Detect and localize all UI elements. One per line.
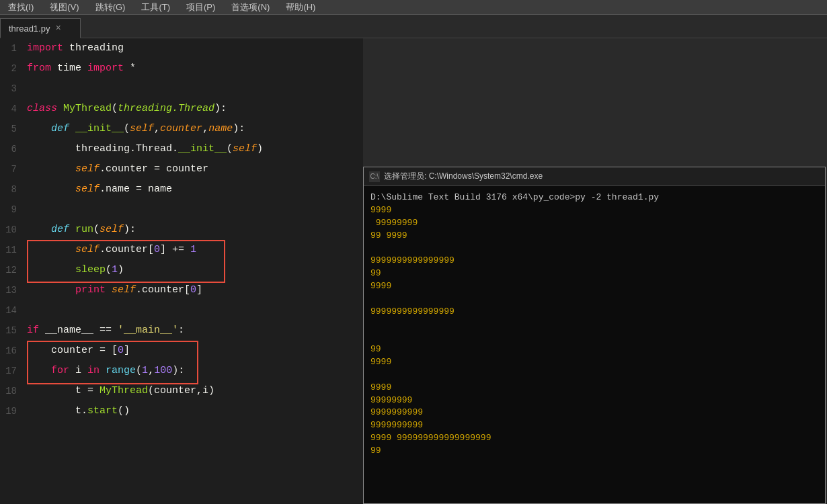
cmd-content: D:\Sublime Text Build 3176 x64\py_code>p… [364,186,825,503]
code-line-18: 18 t = MyThread(counter,i) [0,381,363,401]
cmd-line-17: 99999999 [370,394,818,407]
code-line-19: 19 t.start() [0,401,363,421]
cmd-line-6: 9999999999999999 [370,255,818,267]
code-line-13: 13 print self.counter[0] [0,280,363,300]
editor: 1 import threading 2 from time import * … [0,38,363,504]
cmd-line-10: 9999999999999999 [370,306,818,319]
line-number-9: 9 [0,200,24,220]
code-line-15: 15 if __name__ == '__main__': [0,321,363,341]
code-line-3: 3 [0,79,363,99]
menu-view[interactable]: 视图(V) [47,0,81,15]
cmd-title-text: 选择管理员: C:\Windows\System32\cmd.exe [384,171,543,182]
code-line-14: 14 [0,300,363,321]
cmd-line-8: 9999 [370,280,818,293]
menu-find[interactable]: 查找(I) [5,0,36,15]
code-content-2: from time import * [24,58,136,79]
menu-tools[interactable]: 工具(T) [139,0,173,15]
code-content-7: self.counter = counter [24,159,208,179]
cmd-line-5 [370,242,818,255]
cmd-line-11 [370,318,818,331]
cmd-line-9 [370,293,818,306]
code-line-17: 17 for i in range(1,100): [0,361,363,381]
code-content-17: for i in range(1,100): [24,361,184,381]
cmd-line-13: 99 [370,343,818,356]
cmd-line-21: 99 [370,445,818,458]
cmd-line-7: 99 [370,267,818,280]
code-line-10: 10 def run(self): [0,220,363,240]
cmd-line-20: 9999 999999999999999999 [370,432,818,445]
line-number-12: 12 [0,260,24,280]
cmd-line-2: 9999 [370,204,818,217]
line-number-3: 3 [0,79,24,99]
code-content-6: threading.Thread.__init__(self) [24,139,263,159]
code-content-8: self.name = name [24,179,172,200]
line-number-2: 2 [0,58,24,79]
code-line-1: 1 import threading [0,38,363,58]
cmd-line-19: 9999999999 [370,419,818,432]
line-number-18: 18 [0,381,24,401]
code-line-8: 8 self.name = name [0,179,363,200]
cmd-line-4: 99 9999 [370,230,818,243]
cmd-window[interactable]: C:\ 选择管理员: C:\Windows\System32\cmd.exe D… [363,167,826,504]
code-line-12: 12 sleep(1) [0,260,363,280]
code-line-4: 4 class MyThread(threading.Thread): [0,99,363,119]
line-number-8: 8 [0,179,24,200]
line-number-11: 11 [0,240,24,260]
code-line-11: 11 self.counter[0] += 1 [0,240,363,260]
cmd-titlebar: C:\ 选择管理员: C:\Windows\System32\cmd.exe [364,167,825,186]
code-line-2: 2 from time import * [0,58,363,79]
line-number-5: 5 [0,119,24,139]
code-content-5: def __init__(self,counter,name): [24,119,245,139]
menu-project[interactable]: 项目(P) [184,0,218,15]
cmd-line-18: 9999999999 [370,407,818,419]
menu-preferences[interactable]: 首选项(N) [229,0,272,15]
code-content-12: sleep(1) [24,260,124,280]
cmd-line-16: 9999 [370,382,818,394]
code-content-18: t = MyThread(counter,i) [24,381,214,401]
code-content-19: t.start() [24,401,130,421]
line-number-10: 10 [0,220,24,240]
line-number-17: 17 [0,361,24,381]
line-number-1: 1 [0,38,24,58]
code-content-1: import threading [24,38,124,58]
line-number-14: 14 [0,300,24,321]
code-line-9: 9 [0,200,363,220]
line-number-7: 7 [0,159,24,179]
menu-help[interactable]: 帮助(H) [283,0,318,15]
menu-goto[interactable]: 跳转(G) [93,0,128,15]
code-content-13: print self.counter[0] [24,280,202,300]
code-line-5: 5 def __init__(self,counter,name): [0,119,363,139]
code-line-7: 7 self.counter = counter [0,159,363,179]
cmd-line-15 [370,369,818,382]
line-number-6: 6 [0,139,24,159]
line-number-15: 15 [0,321,24,341]
code-content-15: if __name__ == '__main__': [24,321,184,341]
tab-label: thread1.py [9,24,50,34]
line-number-16: 16 [0,341,24,361]
code-content-16: counter = [0] [24,341,130,361]
code-line-6: 6 threading.Thread.__init__(self) [0,139,363,159]
tabbar: thread1.py × [0,15,827,38]
tab-thread1[interactable]: thread1.py × [0,18,81,38]
cmd-line-1: D:\Sublime Text Build 3176 x64\py_code>p… [370,192,818,204]
cmd-line-14: 9999 [370,356,818,369]
code-content-4: class MyThread(threading.Thread): [24,99,227,119]
line-number-13: 13 [0,280,24,300]
code-content-10: def run(self): [24,220,136,240]
cmd-line-3: 99999999 [370,217,818,230]
code-content-11: self.counter[0] += 1 [24,240,196,260]
code-line-16: 16 counter = [0] [0,341,363,361]
tab-close-button[interactable]: × [55,23,61,34]
cmd-line-12 [370,331,818,343]
menubar: 查找(I) 视图(V) 跳转(G) 工具(T) 项目(P) 首选项(N) 帮助(… [0,0,827,15]
cmd-icon: C:\ [369,171,380,182]
line-number-19: 19 [0,401,24,421]
line-number-4: 4 [0,99,24,119]
